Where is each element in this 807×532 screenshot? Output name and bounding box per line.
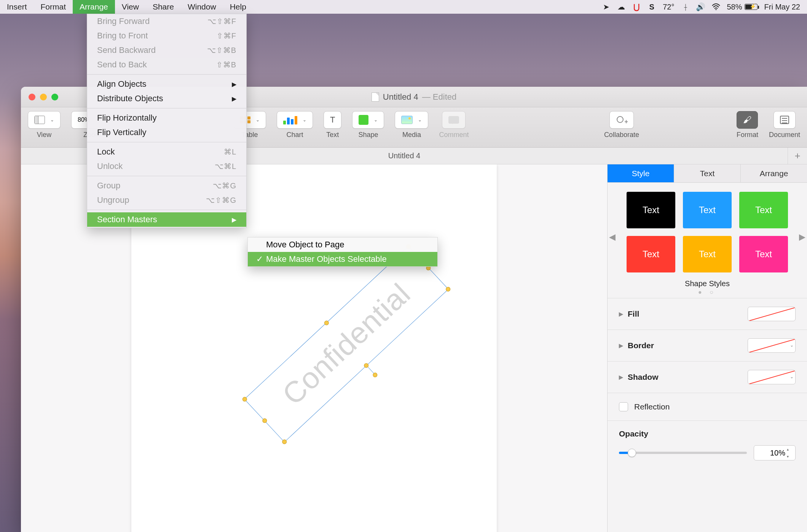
menu-distribute-objects[interactable]: Distribute Objects▶: [87, 91, 246, 106]
bluetooth-icon[interactable]: ⟊: [681, 3, 690, 11]
mcafee-icon[interactable]: ⋃: [632, 3, 641, 11]
chevron-right-icon: ▶: [232, 95, 236, 102]
disclosure-triangle-icon: ▶: [619, 311, 623, 317]
clock[interactable]: Fri May 22: [764, 3, 800, 11]
tab-arrange[interactable]: Arrange: [740, 164, 807, 183]
submenu-move-object-to-page[interactable]: Move Object to Page: [248, 237, 437, 252]
page-dots[interactable]: ● ○: [618, 289, 796, 296]
comment-icon: [448, 116, 459, 124]
opacity-slider[interactable]: [619, 452, 747, 454]
weather-icon[interactable]: ☁: [617, 3, 625, 11]
opacity-value-field[interactable]: 10% ▴▾: [754, 445, 796, 460]
shape-styles: ◀ ▶ Text Text Text Text Text Text Shape …: [608, 183, 807, 298]
document-icon: [372, 92, 379, 102]
menu-insert[interactable]: Insert: [0, 0, 34, 14]
document-button[interactable]: [774, 111, 796, 129]
selected-textbox[interactable]: Confidential: [244, 246, 448, 443]
format-label: Format: [737, 131, 758, 139]
battery-status[interactable]: 58% ⚡: [727, 3, 758, 11]
shape-icon: [359, 115, 368, 125]
collaborate-label: Collaborate: [604, 131, 639, 139]
border-section[interactable]: ▶Border ⌄: [608, 330, 807, 361]
submenu-make-master-selectable[interactable]: ✓Make Master Objects Selectable: [248, 252, 437, 266]
format-button[interactable]: 🖌: [737, 111, 758, 129]
text-label: Text: [326, 131, 339, 139]
section-masters-submenu: Move Object to Page ✓Make Master Objects…: [247, 237, 438, 267]
document-icon: [780, 116, 789, 124]
menu-bring-to-front[interactable]: Bring to Front⇧⌘F: [87, 29, 246, 43]
new-tab-button[interactable]: +: [788, 150, 807, 162]
sidebar-icon: [34, 116, 45, 124]
comment-label: Comment: [439, 131, 469, 139]
menu-arrange[interactable]: Arrange: [73, 0, 115, 14]
volume-icon[interactable]: 🔊: [697, 3, 705, 11]
tab-text[interactable]: Text: [674, 164, 740, 183]
collaborate-button[interactable]: [609, 111, 634, 129]
menu-group[interactable]: Group⌥⌘G: [87, 178, 246, 193]
border-none-selector[interactable]: ⌄: [748, 338, 796, 353]
text-button[interactable]: T: [324, 111, 341, 129]
reflection-label: Reflection: [634, 402, 670, 411]
shadow-section[interactable]: ▶Shadow ⌄: [608, 361, 807, 393]
menubar: Insert Format Arrange View Share Window …: [0, 0, 807, 14]
menu-ungroup[interactable]: Ungroup⌥⇧⌘G: [87, 193, 246, 207]
media-button[interactable]: ⌄: [395, 111, 428, 129]
menu-flip-horizontally[interactable]: Flip Horizontally: [87, 111, 246, 125]
location-icon[interactable]: ➤: [602, 3, 610, 11]
reflection-checkbox[interactable]: [619, 402, 628, 411]
resize-handle-bl[interactable]: [281, 438, 288, 445]
chart-button[interactable]: ⌄: [277, 111, 313, 129]
fill-none-swatch[interactable]: [748, 307, 796, 321]
style-swatch-pink[interactable]: Text: [739, 236, 788, 272]
menu-lock[interactable]: Lock⌘L: [87, 145, 246, 159]
menu-window[interactable]: Window: [181, 0, 223, 14]
resize-handle-tl[interactable]: [241, 396, 248, 403]
app-s-icon[interactable]: S: [648, 3, 656, 11]
checkmark-icon: ✓: [256, 254, 266, 264]
styles-prev[interactable]: ◀: [609, 232, 616, 242]
opacity-label: Opacity: [619, 429, 796, 438]
shadow-none-selector[interactable]: ⌄: [748, 370, 796, 384]
svg-point-0: [715, 9, 716, 10]
tab-style[interactable]: Style: [608, 164, 674, 183]
fill-section[interactable]: ▶Fill: [608, 298, 807, 330]
chevron-right-icon: ▶: [232, 216, 236, 223]
view-button[interactable]: ⌄: [28, 111, 61, 129]
chevron-right-icon: ▶: [232, 81, 236, 88]
disclosure-triangle-icon: ▶: [619, 342, 623, 349]
media-icon: [401, 116, 413, 124]
menu-flip-vertically[interactable]: Flip Vertically: [87, 125, 246, 140]
temperature[interactable]: 72°: [663, 3, 674, 11]
menu-format[interactable]: Format: [34, 0, 73, 14]
menu-send-to-back[interactable]: Send to Back⇧⌘B: [87, 57, 246, 72]
style-swatch-green[interactable]: Text: [739, 192, 788, 228]
style-swatch-black[interactable]: Text: [627, 192, 675, 228]
menu-section-masters[interactable]: Section Masters▶: [87, 212, 246, 227]
style-swatch-red[interactable]: Text: [627, 236, 675, 272]
collaborate-icon: [616, 115, 627, 124]
menu-help[interactable]: Help: [223, 0, 253, 14]
resize-handle-tc[interactable]: [323, 320, 330, 326]
chart-label: Chart: [286, 131, 303, 139]
styles-next[interactable]: ▶: [799, 232, 805, 242]
shape-button[interactable]: ⌄: [352, 111, 384, 129]
resize-handle-ml[interactable]: [262, 417, 268, 424]
menu-bring-forward[interactable]: Bring Forward⌥⇧⌘F: [87, 14, 246, 29]
menu-align-objects[interactable]: Align Objects▶: [87, 77, 246, 91]
style-swatch-orange[interactable]: Text: [683, 236, 732, 272]
slider-thumb[interactable]: [628, 449, 636, 457]
media-label: Media: [402, 131, 421, 139]
status-tray: ➤ ☁ ⋃ S 72° ⟊ 🔊 58% ⚡ Fri May 22: [602, 3, 807, 11]
disclosure-triangle-icon: ▶: [619, 374, 623, 380]
wifi-icon[interactable]: [712, 3, 720, 11]
inspector-tabs: Style Text Arrange: [608, 164, 807, 183]
stepper-icon[interactable]: ▴▾: [787, 447, 794, 459]
resize-handle-br[interactable]: [445, 286, 451, 292]
menu-view[interactable]: View: [115, 0, 146, 14]
watermark-text: Confidential: [276, 277, 417, 412]
menu-unlock[interactable]: Unlock⌥⌘L: [87, 159, 246, 174]
menu-share[interactable]: Share: [146, 0, 181, 14]
comment-button[interactable]: [442, 111, 466, 129]
style-swatch-blue[interactable]: Text: [683, 192, 732, 228]
menu-send-backward[interactable]: Send Backward⌥⇧⌘B: [87, 43, 246, 57]
